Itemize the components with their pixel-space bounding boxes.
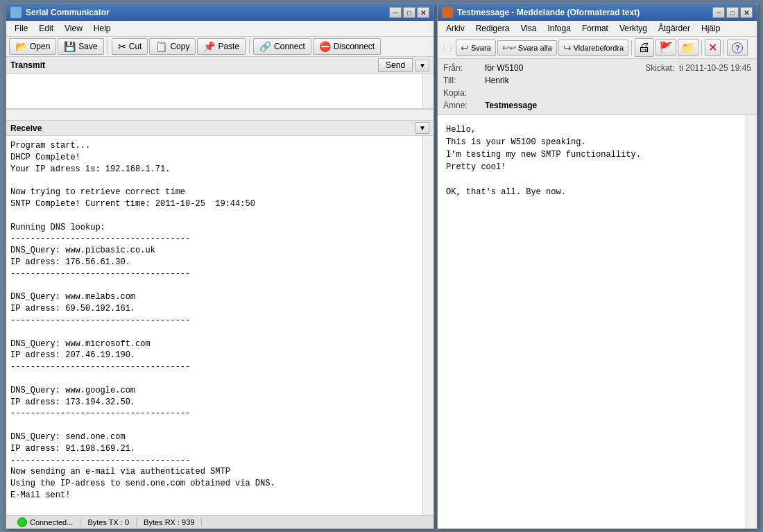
send-dropdown-button[interactable]: ▼: [415, 60, 429, 71]
save-button[interactable]: Save: [58, 38, 103, 55]
email-body-text: Hello, This is your W5100 speaking. I'm …: [446, 123, 748, 198]
email-menu-atgarder[interactable]: Åtgärder: [653, 22, 696, 35]
serial-menu-help[interactable]: Help: [88, 22, 117, 35]
delete-button[interactable]: ✕: [705, 39, 721, 56]
cut-button[interactable]: Cut: [112, 38, 148, 55]
cut-icon: [118, 41, 126, 52]
transmit-input-area: [6, 74, 434, 109]
status-bytes-rx: Bytes RX : 939: [137, 518, 202, 526]
disconnect-button[interactable]: Disconnect: [313, 38, 381, 55]
reply-label: Svara: [471, 44, 491, 52]
paste-button[interactable]: Paste: [197, 38, 246, 55]
open-button[interactable]: Open: [9, 38, 56, 55]
connected-indicator: [17, 517, 27, 527]
email-scrollbar-v[interactable]: [746, 115, 757, 529]
serial-communicator-window: Serial Communicator ─ □ ✕ File Edit View…: [6, 3, 434, 529]
email-maximize-button[interactable]: □: [726, 7, 739, 18]
sent-label: Skickat:: [645, 63, 674, 73]
serial-minimize-button[interactable]: ─: [389, 7, 402, 18]
reply-button[interactable]: Svara: [456, 40, 496, 56]
email-menu-infoga[interactable]: Infoga: [542, 22, 576, 35]
copy-button[interactable]: Copy: [149, 38, 196, 55]
flag-button[interactable]: 🚩: [655, 39, 676, 56]
transmit-label: Transmit: [10, 60, 45, 70]
serial-menu-bar: File Edit View Help: [6, 21, 434, 37]
reply-all-button[interactable]: Svara alla: [497, 40, 557, 55]
transmit-bar: Transmit Send ▼: [6, 57, 434, 74]
forward-label: Vidarebefordra: [574, 44, 624, 52]
email-app-icon: [442, 7, 453, 18]
email-toolbar-sep-3: [723, 40, 724, 55]
save-label: Save: [78, 42, 97, 51]
forward-icon: [563, 42, 572, 53]
cc-label: Kopia:: [443, 88, 485, 98]
email-to-row: Till: Henrik: [443, 74, 751, 87]
paste-icon: [203, 41, 215, 52]
email-title-text: Testmessage - Meddelande (Oformaterad te…: [457, 8, 712, 17]
email-menu-hjalp[interactable]: Hjälp: [696, 22, 726, 35]
to-value: Henrik: [485, 76, 751, 85]
email-toolbar-sep-1: [631, 40, 632, 55]
serial-menu-view[interactable]: View: [59, 22, 88, 35]
paste-label: Paste: [218, 42, 239, 51]
email-menu-arkiv[interactable]: Arkiv: [440, 22, 470, 35]
transmit-scrollbar-h[interactable]: [6, 109, 434, 120]
open-icon: [15, 41, 27, 52]
email-close-button[interactable]: ✕: [740, 7, 753, 18]
help-icon: ?: [732, 42, 743, 53]
reply-all-label: Svara alla: [518, 44, 552, 52]
receive-dropdown-button[interactable]: ▼: [415, 122, 429, 134]
print-button[interactable]: 🖨: [635, 38, 654, 57]
status-bytes-tx: Bytes TX : 0: [80, 518, 137, 526]
disconnect-icon: [319, 41, 331, 52]
email-menu-bar: Arkiv Redigera Visa Infoga Format Verkty…: [438, 21, 757, 37]
email-toolbar: Svara Svara alla Vidarebefordra 🖨 🚩 📁 ✕ …: [438, 37, 757, 59]
email-menu-format[interactable]: Format: [576, 22, 614, 35]
email-header: Från: för W5100 Skickat: ti 2011-10-25 1…: [438, 59, 757, 115]
help-button[interactable]: ?: [727, 40, 748, 56]
email-minimize-button[interactable]: ─: [712, 7, 725, 18]
toolbar-gripper: [440, 43, 454, 53]
email-body: Hello, This is your W5100 speaking. I'm …: [438, 115, 757, 529]
serial-window-controls: ─ □ ✕: [389, 7, 429, 18]
serial-toolbar: Open Save Cut Copy Paste Connect Disconn…: [6, 37, 434, 57]
subject-label: Ämne:: [443, 101, 485, 110]
receive-scrollbar-v[interactable]: [422, 136, 434, 515]
toolbar-sep-2: [249, 39, 250, 54]
transmit-scrollbar-v[interactable]: [422, 74, 434, 108]
serial-title-bar: Serial Communicator ─ □ ✕: [6, 4, 434, 21]
sent-value: ti 2011-10-25 19:45: [679, 63, 751, 73]
email-menu-verktyg[interactable]: Verktyg: [614, 22, 653, 35]
serial-menu-file[interactable]: File: [9, 22, 33, 35]
connect-button[interactable]: Connect: [253, 38, 311, 55]
email-menu-visa[interactable]: Visa: [515, 22, 542, 35]
email-subject-row: Ämne: Testmessage: [443, 99, 751, 112]
email-title-bar: Testmessage - Meddelande (Oformaterad te…: [438, 4, 757, 21]
status-connected: Connected...: [10, 517, 80, 527]
send-button[interactable]: Send: [378, 58, 413, 72]
serial-title-text: Serial Communicator: [26, 8, 389, 17]
copy-label: Copy: [170, 42, 189, 51]
move-button[interactable]: 📁: [678, 39, 698, 56]
email-menu-redigera[interactable]: Redigera: [470, 22, 515, 35]
email-cc-row: Kopia:: [443, 87, 751, 99]
connect-icon: [259, 41, 271, 52]
receive-label: Receive: [10, 123, 42, 133]
save-icon: [64, 41, 76, 52]
serial-status-bar: Connected... Bytes TX : 0 Bytes RX : 939: [6, 515, 434, 529]
toolbar-sep-1: [108, 39, 108, 54]
serial-close-button[interactable]: ✕: [417, 7, 429, 18]
transmit-input[interactable]: [6, 74, 422, 108]
email-window: Testmessage - Meddelande (Oformaterad te…: [437, 3, 757, 529]
to-label: Till:: [443, 76, 485, 85]
connect-label: Connect: [274, 42, 305, 51]
forward-button[interactable]: Vidarebefordra: [558, 40, 629, 56]
subject-value: Testmessage: [485, 101, 751, 110]
email-from-row: Från: för W5100 Skickat: ti 2011-10-25 1…: [443, 62, 751, 74]
reply-all-icon: [502, 43, 516, 53]
serial-app-icon: [10, 7, 22, 18]
serial-menu-edit[interactable]: Edit: [33, 22, 59, 35]
from-label: Från:: [443, 63, 485, 73]
receive-text: Program start... DHCP Complete! Your IP …: [6, 136, 434, 506]
serial-maximize-button[interactable]: □: [403, 7, 415, 18]
